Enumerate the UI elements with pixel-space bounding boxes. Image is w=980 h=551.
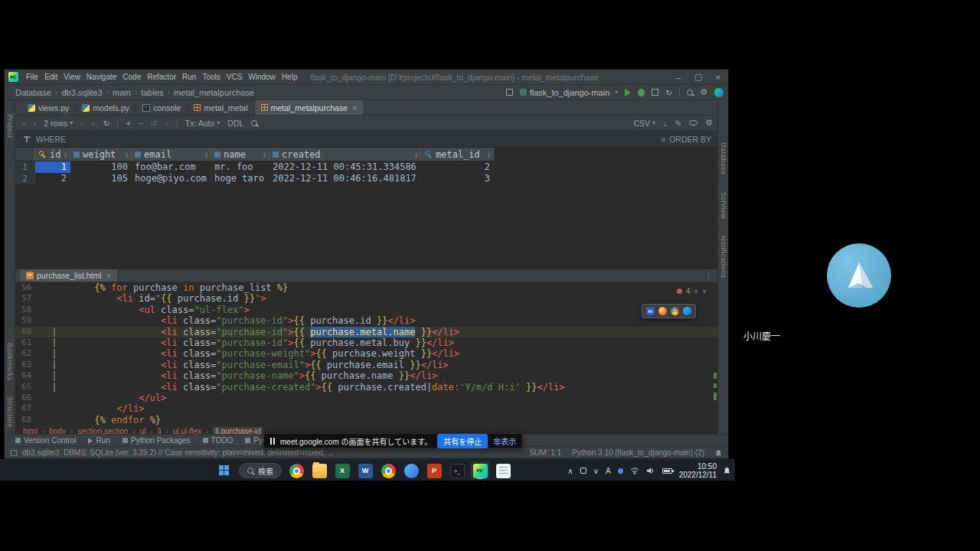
status-layout-icon[interactable] xyxy=(11,450,17,456)
view-options-icon[interactable] xyxy=(689,120,697,126)
revert-changes-icon[interactable]: ↺ xyxy=(151,119,158,128)
notepad-taskbar-button[interactable] xyxy=(493,461,513,480)
cell-weight[interactable]: 100 xyxy=(70,161,132,173)
close-button[interactable]: × xyxy=(708,70,728,84)
tab-metal_metal[interactable]: metal_metal xyxy=(188,100,254,115)
column-header-name[interactable]: name xyxy=(211,148,270,161)
grid-search-icon[interactable] xyxy=(251,120,257,126)
tab-models.py[interactable]: models.py xyxy=(76,100,136,115)
sort-icon[interactable] xyxy=(488,152,490,158)
column-header-metal_id[interactable]: metal_id xyxy=(421,148,494,161)
next-issue-icon[interactable]: ∨ xyxy=(702,288,707,295)
cell-id[interactable]: 2 xyxy=(35,173,70,184)
toolwindow-python-packages[interactable]: Python Packages xyxy=(122,436,191,445)
prev-issue-icon[interactable]: ∧ xyxy=(694,288,698,295)
add-row-icon[interactable]: + xyxy=(126,119,130,128)
column-header-created[interactable]: created xyxy=(270,148,421,161)
row-number[interactable]: 1 xyxy=(15,161,35,173)
toolstrip-sciview[interactable]: SciView xyxy=(720,192,727,219)
search-everywhere-icon[interactable] xyxy=(687,90,693,96)
python-interpreter[interactable]: Python 3.10 (flask_to_django-main) (2) xyxy=(572,448,704,457)
chrome-taskbar-button[interactable] xyxy=(286,461,306,480)
code-line-61[interactable]: 61 <li class="purchase-id">{{ purchase.m… xyxy=(15,337,719,348)
code-line-63[interactable]: 63 <li class="purchase-email">{{ purchas… xyxy=(15,360,719,370)
column-header-email[interactable]: email xyxy=(132,148,211,161)
run-config-selector[interactable]: flask_to_django-main xyxy=(520,88,619,97)
code-line-60[interactable]: 60 <li class="purchase-id">{{ purchase.m… xyxy=(15,327,719,337)
hide-banner-button[interactable]: 非表示 xyxy=(493,435,516,447)
menu-refactor[interactable]: Refactor xyxy=(144,73,179,81)
pycharm-taskbar-button[interactable] xyxy=(470,461,490,480)
word-taskbar-button[interactable] xyxy=(355,461,375,480)
stop-sharing-button[interactable]: 共有を停止 xyxy=(437,434,488,448)
ime-indicator[interactable]: A xyxy=(606,467,611,475)
close-tab-icon[interactable]: × xyxy=(352,103,357,112)
sort-icon[interactable] xyxy=(415,152,417,158)
code-editor[interactable]: 56 {% for purchase in purchase_list %}57… xyxy=(15,282,719,426)
volume-icon[interactable] xyxy=(646,467,655,474)
ddl-button[interactable]: DDL xyxy=(227,119,243,128)
column-header-id[interactable]: id xyxy=(35,148,70,161)
tab-views.py[interactable]: views.py xyxy=(21,100,76,115)
rerun-icon[interactable]: ↻ xyxy=(665,88,672,97)
next-page-icon[interactable]: › xyxy=(80,119,83,128)
taskbar-search[interactable]: 検索 xyxy=(239,463,282,478)
code-line-68[interactable]: 68 {% endfor %} xyxy=(15,415,719,425)
export-data-icon[interactable]: ↓ xyxy=(663,119,667,128)
chrome-icon[interactable] xyxy=(671,307,679,315)
chrome-profile-taskbar-button[interactable] xyxy=(378,461,398,480)
profile-avatar-icon[interactable] xyxy=(714,88,724,97)
delete-row-icon[interactable]: − xyxy=(139,119,143,128)
tab-purchase-list-html[interactable]: purchase_list.html × xyxy=(20,269,117,282)
code-line-56[interactable]: 56 {% for purchase in purchase_list %} xyxy=(15,282,719,293)
toolstrip-database[interactable]: Database xyxy=(720,142,727,175)
page-size-dropdown[interactable]: 2 rows xyxy=(44,119,73,128)
row-number[interactable]: 2 xyxy=(15,173,35,184)
excel-taskbar-button[interactable] xyxy=(332,461,352,480)
breadcrumb-main[interactable]: main xyxy=(113,88,131,97)
toolwindow-run[interactable]: Run xyxy=(88,436,109,445)
menu-tools[interactable]: Tools xyxy=(199,73,223,81)
cell-id[interactable]: 1 xyxy=(35,161,70,173)
export-format-dropdown[interactable]: CSV xyxy=(633,119,655,128)
caret-position[interactable]: SUM: 1:1 xyxy=(529,448,561,457)
submit-changes-icon[interactable]: ↑ xyxy=(165,119,169,128)
cell-email[interactable]: hoge@piyo.com xyxy=(132,173,211,184)
code-line-65[interactable]: 65 <li class="purchase-created">{{ purch… xyxy=(15,382,719,393)
sort-icon[interactable] xyxy=(64,152,67,158)
code-line-64[interactable]: 64 <li class="purchase-name">{{ purchase… xyxy=(15,370,719,381)
code-line-57[interactable]: 57 <li id="{{ purchase.id }}"> xyxy=(15,293,719,304)
tray-window-icon[interactable] xyxy=(580,468,586,474)
order-by-input[interactable]: ≡ORDER BY xyxy=(661,135,711,144)
prev-page-icon[interactable]: ‹ xyxy=(34,119,37,128)
code-line-62[interactable]: 62 <li class="purchase-weight">{{ purcha… xyxy=(15,348,719,359)
terminal-taskbar-button[interactable] xyxy=(447,461,467,480)
tray-expand-icon[interactable]: ∧ xyxy=(567,467,573,475)
tray-arrow-icon[interactable]: ∨ xyxy=(593,467,599,475)
toolwindow-todo[interactable]: TODO xyxy=(203,436,234,445)
toolstrip-structure[interactable]: Structure xyxy=(6,396,14,428)
breadcrumb-tables[interactable]: tables xyxy=(141,88,163,97)
code-line-67[interactable]: 67 </li> xyxy=(15,403,719,414)
explorer-taskbar-button[interactable] xyxy=(309,461,329,480)
toolstrip-project[interactable]: Project xyxy=(6,114,14,139)
cell-metal_id[interactable]: 2 xyxy=(421,161,494,173)
maximize-button[interactable]: ▢ xyxy=(688,70,708,84)
grid-settings-gear-icon[interactable]: ⚙ xyxy=(705,118,713,128)
sort-icon[interactable] xyxy=(205,152,207,158)
cell-name[interactable]: hoge taro xyxy=(211,173,270,184)
menu-view[interactable]: View xyxy=(60,73,83,81)
toolstrip-notifications[interactable]: Notifications xyxy=(720,236,727,279)
code-line-66[interactable]: 66 </ul> xyxy=(15,393,719,403)
code-line-58[interactable]: 58 <ul class="ul-flex"> xyxy=(15,305,719,315)
battery-icon[interactable] xyxy=(662,468,672,474)
tx-mode-dropdown[interactable]: Tx: Auto xyxy=(185,119,220,128)
first-page-icon[interactable]: « xyxy=(21,119,26,128)
coverage-icon[interactable] xyxy=(652,89,658,96)
menu-help[interactable]: Help xyxy=(279,73,301,81)
settings-gear-icon[interactable]: ⚙ xyxy=(700,87,707,97)
column-header-weight[interactable]: weight xyxy=(70,148,132,161)
taskbar-clock[interactable]: 10:50 2022/12/11 xyxy=(679,462,717,479)
notification-center-icon[interactable] xyxy=(724,467,730,474)
toolwindow-version-control[interactable]: Version Control xyxy=(15,436,76,445)
